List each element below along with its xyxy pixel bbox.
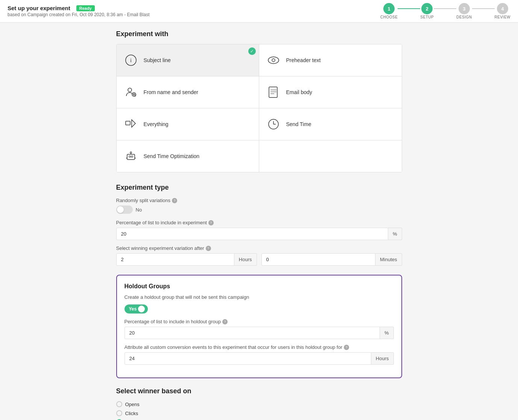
- percentage-input[interactable]: [116, 228, 388, 240]
- step-4-label: REVIEW: [495, 15, 510, 19]
- step-3[interactable]: 3 DESIGN: [456, 3, 472, 19]
- cell-email-body-label: Email body: [286, 89, 312, 95]
- holdout-percentage-input-row: %: [125, 327, 394, 339]
- randomly-split-help[interactable]: ?: [172, 198, 177, 203]
- percentage-help[interactable]: ?: [208, 220, 214, 225]
- robot-icon: [124, 149, 138, 163]
- cell-preheader-label: Preheader text: [286, 57, 321, 63]
- radio-opens-circle: [116, 401, 122, 407]
- split-icon: [124, 117, 138, 131]
- radio-opens[interactable]: Opens: [116, 401, 402, 407]
- radio-clicks[interactable]: Clicks: [116, 410, 402, 416]
- attribute-hours-input-row: Hours: [125, 352, 394, 365]
- cell-empty: [259, 140, 402, 172]
- hours-input[interactable]: [116, 253, 234, 266]
- connector-1-2: [398, 8, 420, 9]
- step-2-label: SETUP: [420, 15, 434, 19]
- cell-email-body[interactable]: Email body: [259, 76, 402, 108]
- step-2[interactable]: 2 SETUP: [420, 3, 434, 19]
- stepper: 1 CHOOSE 2 SETUP 3 DESIGN 4 REVIEW: [380, 3, 510, 19]
- cell-send-time[interactable]: Send Time: [259, 108, 402, 140]
- connector-2-3: [434, 8, 456, 9]
- radio-opens-label: Opens: [125, 402, 140, 407]
- svg-text:i: i: [130, 58, 132, 63]
- yes-label: Yes: [129, 306, 137, 312]
- randomly-split-toggle[interactable]: [116, 205, 133, 214]
- cell-subject-line[interactable]: i Subject line ✓: [117, 44, 259, 76]
- randomly-split-label: Randomly split variations: [116, 198, 171, 203]
- step-1[interactable]: 1 CHOOSE: [380, 3, 398, 19]
- top-bar: Set up your experiment Ready based on Ca…: [0, 0, 518, 23]
- step-3-circle: 3: [459, 3, 470, 14]
- step-4-circle: 4: [497, 3, 508, 14]
- holdout-title: Holdout Groups: [125, 283, 394, 290]
- svg-rect-18: [131, 156, 133, 157]
- step-3-label: DESIGN: [456, 15, 472, 19]
- experiment-with-title: Experiment with: [116, 30, 402, 38]
- experiment-type-title: Experiment type: [116, 184, 402, 192]
- yes-toggle-knob: [138, 306, 145, 312]
- holdout-percentage-help[interactable]: ?: [222, 319, 228, 324]
- winning-inputs: Hours Minutes: [116, 253, 402, 266]
- svg-point-6: [133, 94, 135, 95]
- svg-rect-17: [129, 156, 131, 157]
- cell-send-time-label: Send Time: [286, 121, 311, 127]
- attribute-help[interactable]: ?: [344, 345, 349, 350]
- holdout-percentage-label-row: Percentage of list to include in holdout…: [125, 319, 394, 324]
- hours-suffix: Hours: [234, 253, 257, 266]
- toggle-knob: [117, 206, 124, 213]
- randomly-split-label-row: Randomly split variations ?: [116, 198, 402, 203]
- main-content: Experiment with i Subject line ✓: [109, 23, 410, 420]
- select-winner-section: Select winner based on Opens Clicks Purc…: [116, 387, 402, 420]
- percentage-label: Percentage of list to include in experim…: [116, 220, 207, 225]
- winning-help[interactable]: ?: [206, 246, 211, 251]
- eye-icon: [267, 53, 280, 67]
- ready-badge: Ready: [76, 5, 95, 11]
- cell-preheader-text[interactable]: Preheader text: [259, 44, 402, 76]
- toggle-no-label: No: [136, 207, 142, 213]
- step-4[interactable]: 4 REVIEW: [495, 3, 510, 19]
- attribute-hours-input[interactable]: [125, 352, 371, 365]
- cell-send-time-optimization[interactable]: Send Time Optimization: [117, 140, 259, 172]
- svg-rect-7: [269, 87, 277, 97]
- yes-no-toggle[interactable]: Yes: [125, 304, 148, 313]
- minutes-input[interactable]: [261, 253, 375, 266]
- hours-input-row: Hours: [116, 253, 257, 266]
- cell-subject-line-label: Subject line: [144, 57, 171, 63]
- document-icon: [267, 85, 280, 99]
- percentage-suffix: %: [388, 228, 402, 240]
- winning-label: Select winning experiment variation afte…: [116, 245, 204, 251]
- minutes-suffix: Minutes: [375, 253, 402, 266]
- svg-rect-16: [127, 154, 135, 160]
- holdout-percentage-input[interactable]: [125, 327, 380, 339]
- radio-clicks-circle: [116, 410, 122, 416]
- cell-from-name[interactable]: From name and sender: [117, 76, 259, 108]
- percentage-label-row: Percentage of list to include in experim…: [116, 220, 402, 225]
- page-subtitle: based on Campaign created on Fri, Oct 09…: [8, 12, 150, 17]
- radio-group: Opens Clicks Purchases: [116, 401, 402, 420]
- connector-3-4: [472, 8, 495, 9]
- holdout-percentage-suffix: %: [380, 327, 394, 339]
- page-title: Set up your experiment: [8, 5, 70, 11]
- radio-clicks-label: Clicks: [125, 411, 138, 416]
- cell-from-name-label: From name and sender: [144, 89, 199, 95]
- randomly-split-toggle-row: No: [116, 205, 402, 214]
- svg-rect-11: [126, 121, 130, 125]
- info-circle-icon: i: [124, 53, 138, 67]
- holdout-section: Holdout Groups Create a holdout group th…: [116, 275, 402, 378]
- step-1-label: CHOOSE: [380, 15, 398, 19]
- winning-label-row: Select winning experiment variation afte…: [116, 245, 402, 251]
- step-1-circle: 1: [383, 3, 395, 14]
- svg-point-4: [128, 88, 132, 92]
- holdout-percentage-label: Percentage of list to include in holdout…: [125, 319, 221, 324]
- select-winner-title: Select winner based on: [116, 387, 402, 395]
- person-at-icon: [124, 85, 138, 99]
- step-2-circle: 2: [421, 3, 433, 14]
- svg-marker-12: [132, 120, 135, 127]
- experiment-with-section: Experiment with i Subject line ✓: [116, 30, 402, 172]
- cell-everything[interactable]: Everything: [117, 108, 259, 140]
- minutes-input-row: Minutes: [261, 253, 402, 266]
- top-bar-left: Set up your experiment Ready based on Ca…: [8, 5, 150, 17]
- svg-point-2: [268, 57, 279, 64]
- attribute-hours-suffix: Hours: [371, 352, 394, 365]
